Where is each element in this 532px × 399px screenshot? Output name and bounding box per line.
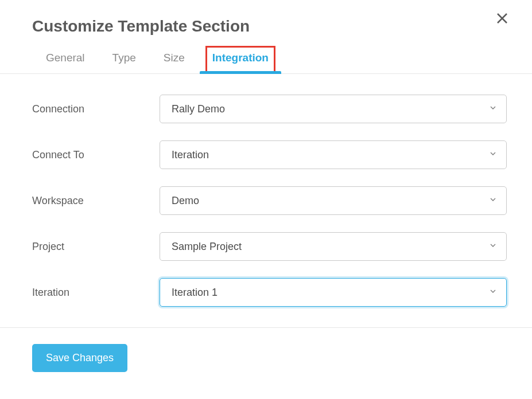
workspace-select[interactable]: Demo [160,186,507,215]
tab-type[interactable]: Type [112,52,136,73]
workspace-value: Demo [172,195,199,207]
project-label: Project [32,241,160,253]
project-select[interactable]: Sample Project [160,232,507,261]
connection-select[interactable]: Rally Demo [160,95,507,123]
iteration-select[interactable]: Iteration 1 [160,278,507,307]
save-changes-button[interactable]: Save Changes [32,344,127,372]
iteration-label: Iteration [32,287,160,299]
connection-label: Connection [32,103,160,115]
tab-integration[interactable]: Integration [205,46,275,73]
integration-form: Connection Rally Demo Connect To Iterati… [0,74,532,327]
tab-bar: General Type Size Integration [0,36,532,74]
close-icon [495,18,509,27]
project-value: Sample Project [172,241,242,253]
iteration-value: Iteration 1 [172,287,218,299]
connect-to-label: Connect To [32,149,160,161]
workspace-label: Workspace [32,195,160,207]
connection-value: Rally Demo [172,103,225,115]
customize-template-modal: Customize Template Section General Type … [0,0,532,372]
tab-general[interactable]: General [46,52,85,73]
connect-to-value: Iteration [172,149,209,161]
close-button[interactable] [495,11,509,27]
connect-to-select[interactable]: Iteration [160,140,507,169]
tab-size[interactable]: Size [164,52,185,73]
modal-title: Customize Template Section [32,17,250,36]
